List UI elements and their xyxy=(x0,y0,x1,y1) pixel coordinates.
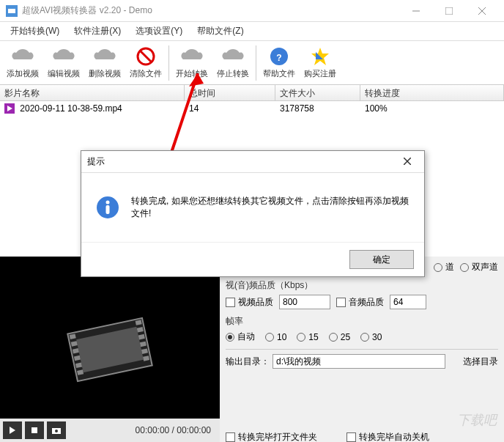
snapshot-button[interactable] xyxy=(47,421,66,439)
buy-button[interactable]: 购买注册 xyxy=(300,43,340,84)
clear-files-button[interactable]: 清除文件 xyxy=(126,43,166,84)
stop-button[interactable] xyxy=(25,421,44,439)
edit-video-button[interactable]: 编辑视频 xyxy=(44,43,84,84)
watermark: 下载吧 xyxy=(457,411,497,429)
maximize-button[interactable] xyxy=(432,0,465,22)
app-icon xyxy=(6,5,18,17)
output-label: 输出目录： xyxy=(226,356,270,368)
stereo-radio[interactable]: 双声道 xyxy=(460,261,498,273)
fps-30-radio[interactable]: 30 xyxy=(360,332,382,342)
minimize-button[interactable] xyxy=(399,0,432,22)
column-name[interactable]: 影片名称 xyxy=(0,85,185,100)
video-file-icon xyxy=(4,103,15,114)
toolbar-separator xyxy=(168,45,169,81)
fps-25-radio[interactable]: 25 xyxy=(329,332,350,342)
help-button[interactable]: ? 帮助文件 xyxy=(259,43,299,84)
svg-point-35 xyxy=(106,201,110,205)
audio-quality-input[interactable] xyxy=(390,295,426,309)
svg-rect-36 xyxy=(106,205,110,214)
column-progress[interactable]: 转换进度 xyxy=(360,85,504,100)
mono-radio[interactable]: 道 xyxy=(434,261,454,273)
play-button[interactable] xyxy=(3,421,22,439)
svg-line-7 xyxy=(140,51,152,62)
close-button[interactable] xyxy=(465,0,498,22)
toolbar: 添加视频 编辑视频 删除视频 清除文件 开始转换 停止转换 ? 帮助文件 购买注… xyxy=(0,41,504,85)
svg-point-31 xyxy=(55,430,58,432)
svg-rect-3 xyxy=(445,7,453,15)
menu-help[interactable]: 帮助文件(Z) xyxy=(190,22,251,40)
menu-start[interactable]: 开始转换(W) xyxy=(3,22,67,40)
filmstrip-icon xyxy=(59,309,161,390)
delete-video-button[interactable]: 删除视频 xyxy=(85,43,125,84)
file-name: 2020-09-11 10-38-59.mp4 xyxy=(20,103,122,114)
add-video-button[interactable]: 添加视频 xyxy=(3,43,42,84)
alert-dialog: 提示 转换完成, 如果您还想继续转换其它视频文件，点击清除按钮再添加视频文件! … xyxy=(81,150,425,277)
menu-register[interactable]: 软件注册(X) xyxy=(67,22,128,40)
window-titlebar: 超级AVI视频转换器 v2.20 - Demo xyxy=(0,0,504,22)
open-folder-checkbox[interactable]: 转换完毕打开文件夹 xyxy=(226,432,317,442)
start-icon xyxy=(180,46,204,67)
fps-label: 帧率 xyxy=(226,315,498,328)
menubar: 开始转换(W) 软件注册(X) 选项设置(Y) 帮助文件(Z) xyxy=(0,22,504,41)
svg-text:?: ? xyxy=(276,53,281,63)
column-duration[interactable]: 总时间 xyxy=(185,85,275,100)
info-icon xyxy=(96,196,119,219)
file-row[interactable]: 2020-09-11 10-38-59.mp4 14 3178758 100% xyxy=(0,101,504,116)
column-size[interactable]: 文件大小 xyxy=(275,85,360,100)
video-quality-checkbox[interactable]: 视频品质 xyxy=(226,296,273,309)
delete-icon xyxy=(93,46,116,67)
edit-icon xyxy=(52,46,75,67)
preview-pane: 00:00:00 / 00:00:00 xyxy=(0,257,220,442)
add-icon xyxy=(11,46,34,67)
bottom-options: 转换完毕打开文件夹 转换完毕自动关机 xyxy=(220,432,504,442)
help-icon: ? xyxy=(267,46,291,67)
svg-marker-28 xyxy=(10,427,15,434)
fps-10-radio[interactable]: 10 xyxy=(265,332,286,342)
file-progress: 100% xyxy=(360,102,504,115)
player-controls: 00:00:00 / 00:00:00 xyxy=(0,419,220,442)
start-convert-button[interactable]: 开始转换 xyxy=(172,43,212,84)
fps-auto-radio[interactable]: 自动 xyxy=(226,331,255,343)
fps-15-radio[interactable]: 15 xyxy=(297,332,318,342)
clear-icon xyxy=(134,46,158,67)
file-duration: 14 xyxy=(185,102,275,115)
video-quality-input[interactable] xyxy=(279,295,330,309)
file-size: 3178758 xyxy=(275,102,360,115)
output-path-input[interactable] xyxy=(273,354,445,369)
menu-options[interactable]: 选项设置(Y) xyxy=(128,22,190,40)
dialog-title: 提示 xyxy=(87,155,396,168)
ok-button[interactable]: 确定 xyxy=(349,250,414,269)
stop-icon xyxy=(221,46,245,67)
toolbar-separator xyxy=(256,45,256,81)
svg-rect-29 xyxy=(32,427,37,433)
stop-convert-button[interactable]: 停止转换 xyxy=(213,43,253,84)
quality-label: 视(音)频品质（Kbps） xyxy=(226,279,498,292)
audio-quality-checkbox[interactable]: 音频品质 xyxy=(336,296,384,309)
time-display: 00:00:00 / 00:00:00 xyxy=(136,425,217,435)
auto-shutdown-checkbox[interactable]: 转换完毕自动关机 xyxy=(346,432,429,442)
window-title: 超级AVI视频转换器 v2.20 - Demo xyxy=(22,4,399,17)
dialog-close-button[interactable] xyxy=(396,157,418,167)
buy-icon xyxy=(308,46,332,67)
dialog-message: 转换完成, 如果您还想继续转换其它视频文件，点击清除按钮再添加视频文件! xyxy=(131,195,410,220)
file-list-header: 影片名称 总时间 文件大小 转换进度 xyxy=(0,85,504,101)
select-dir-button[interactable]: 选择目录 xyxy=(463,356,498,368)
svg-rect-1 xyxy=(8,9,15,13)
